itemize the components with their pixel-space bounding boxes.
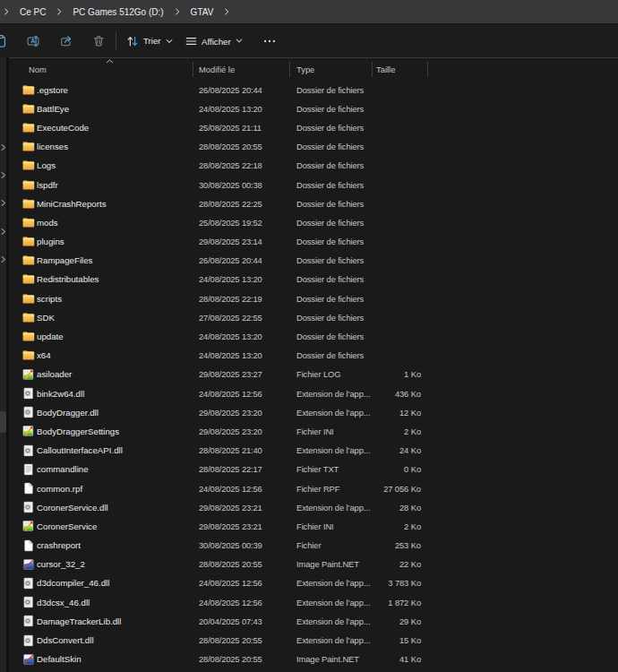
- file-size: 24 Ko: [354, 441, 421, 460]
- table-row[interactable]: CoronerService29/08/2025 23:21Fichier IN…: [9, 517, 618, 536]
- table-row[interactable]: x6424/08/2025 13:20Dossier de fichiers: [9, 346, 618, 365]
- table-row[interactable]: commandline28/08/2025 22:17Fichier TXT0 …: [9, 460, 618, 478]
- table-row[interactable]: DamageTrackerLib.dll20/04/2025 07:43Exte…: [9, 612, 618, 631]
- file-name[interactable]: BodyDraggerSettings: [37, 422, 119, 441]
- file-name[interactable]: Logs: [37, 156, 56, 175]
- column-separator[interactable]: [193, 62, 193, 77]
- file-name[interactable]: plugins: [37, 232, 64, 251]
- table-row[interactable]: scripts28/08/2025 22:19Dossier de fichie…: [9, 289, 618, 308]
- file-name[interactable]: DefaultSkin: [37, 650, 82, 668]
- table-row[interactable]: BodyDragger.dll29/08/2025 23:20Extension…: [9, 403, 618, 422]
- column-separator[interactable]: [372, 62, 373, 77]
- file-name[interactable]: BattlEye: [37, 99, 69, 118]
- file-name[interactable]: cursor_32_2: [37, 555, 85, 573]
- file-name[interactable]: lspdfr: [37, 175, 58, 194]
- view-button-label: Afficher: [202, 36, 231, 46]
- table-row[interactable]: update24/08/2025 13:20Dossier de fichier…: [9, 327, 618, 346]
- column-header-size[interactable]: Taille: [376, 58, 395, 80]
- table-row[interactable]: Redistributables24/08/2025 13:20Dossier …: [9, 270, 618, 289]
- chevron-down-icon: [236, 39, 243, 44]
- dll-file-icon: [22, 634, 35, 647]
- view-button[interactable]: Afficher: [185, 35, 243, 47]
- rename-icon: A: [27, 34, 40, 47]
- paste-button[interactable]: [0, 34, 7, 47]
- file-name[interactable]: CoronerService: [37, 517, 97, 536]
- file-name[interactable]: DdsConvert.dll: [37, 631, 94, 650]
- table-row[interactable]: DefaultSkin28/08/2025 20:55Image Paint.N…: [9, 650, 618, 668]
- file-name[interactable]: DamageTrackerLib.dll: [37, 612, 121, 631]
- table-row[interactable]: CalloutInterfaceAPI.dll28/08/2025 21:40E…: [9, 441, 618, 460]
- file-name[interactable]: crashreport: [37, 536, 81, 555]
- file-name[interactable]: commandline: [37, 460, 89, 478]
- column-separator[interactable]: [289, 62, 290, 77]
- column-header-modified[interactable]: Modifié le: [199, 58, 235, 80]
- table-row[interactable]: RampageFiles26/08/2025 20:44Dossier de f…: [9, 251, 618, 270]
- file-name[interactable]: common.rpf: [37, 478, 82, 497]
- chevron-right-icon[interactable]: [219, 8, 234, 15]
- file-modified-date: 24/08/2025 13:20: [199, 99, 262, 118]
- file-name[interactable]: update: [37, 327, 64, 346]
- file-modified-date: 28/08/2025 22:19: [199, 289, 262, 308]
- breadcrumb-item-drive[interactable]: PC Games 512Go (D:): [66, 5, 169, 19]
- file-size: 2 Ko: [354, 422, 421, 441]
- table-row[interactable]: plugins29/08/2025 23:14Dossier de fichie…: [9, 232, 618, 251]
- table-row[interactable]: licenses28/08/2025 20:55Dossier de fichi…: [9, 137, 618, 156]
- table-row[interactable]: BattlEye24/08/2025 13:20Dossier de fichi…: [9, 99, 618, 118]
- file-name[interactable]: licenses: [37, 137, 68, 156]
- table-row[interactable]: SDK27/08/2025 22:55Dossier de fichiers: [9, 308, 618, 327]
- rename-button[interactable]: A: [25, 34, 41, 47]
- table-row[interactable]: d3dcsx_46.dll24/08/2025 12:56Extension d…: [9, 593, 618, 612]
- file-name[interactable]: bink2w64.dll: [37, 384, 84, 403]
- file-name[interactable]: RampageFiles: [37, 251, 92, 270]
- table-row[interactable]: bink2w64.dll24/08/2025 12:56Extension de…: [9, 384, 618, 403]
- table-row[interactable]: CoronerService.dll29/08/2025 23:21Extens…: [9, 498, 618, 517]
- file-name[interactable]: MiniCrashReports: [37, 194, 107, 213]
- table-row[interactable]: common.rpf24/08/2025 12:56Fichier RPF27 …: [9, 478, 618, 497]
- file-modified-date: 29/08/2025 23:27: [199, 365, 262, 383]
- table-row[interactable]: BodyDraggerSettings29/08/2025 23:20Fichi…: [9, 422, 618, 441]
- file-modified-date: 24/08/2025 13:20: [199, 270, 262, 289]
- file-name[interactable]: SDK: [37, 308, 55, 327]
- table-row[interactable]: DdsConvert.dll28/08/2025 20:55Extension …: [9, 631, 618, 650]
- file-name[interactable]: x64: [37, 346, 51, 365]
- breadcrumb-item-ce-pc[interactable]: Ce PC: [13, 5, 52, 19]
- nav-scrollbar-thumb[interactable]: [0, 411, 6, 433]
- file-name[interactable]: BodyDragger.dll: [37, 403, 99, 422]
- file-name[interactable]: .egstore: [37, 81, 68, 99]
- file-name[interactable]: asiloader: [37, 365, 72, 383]
- table-row[interactable]: asiloader29/08/2025 23:27Fichier LOG1 Ko: [9, 365, 618, 383]
- more-options-button[interactable]: [260, 35, 279, 47]
- file-size: 436 Ko: [354, 384, 421, 403]
- column-header-name[interactable]: Nom: [29, 58, 47, 80]
- share-button[interactable]: [58, 34, 74, 47]
- table-row[interactable]: crashreport30/08/2025 00:39Fichier253 Ko: [9, 536, 618, 555]
- file-name[interactable]: Redistributables: [37, 270, 99, 289]
- file-size: 27 056 Ko: [354, 478, 421, 497]
- file-name[interactable]: d3dcsx_46.dll: [37, 593, 90, 612]
- table-row[interactable]: Logs28/08/2025 22:18Dossier de fichiers: [9, 156, 618, 175]
- sort-button[interactable]: Trier: [126, 35, 173, 47]
- table-row[interactable]: .egstore26/08/2025 20:44Dossier de fichi…: [9, 81, 618, 99]
- delete-button[interactable]: [90, 34, 107, 47]
- table-row[interactable]: MiniCrashReports28/08/2025 22:25Dossier …: [9, 194, 618, 213]
- column-header-type[interactable]: Type: [296, 58, 314, 80]
- file-name[interactable]: d3dcompiler_46.dll: [37, 573, 109, 592]
- table-row[interactable]: mods25/08/2025 19:52Dossier de fichiers: [9, 213, 618, 232]
- table-row[interactable]: lspdfr30/08/2025 00:38Dossier de fichier…: [9, 175, 618, 194]
- column-separator[interactable]: [427, 62, 428, 77]
- table-row[interactable]: d3dcompiler_46.dll24/08/2025 12:56Extens…: [9, 573, 618, 592]
- file-modified-date: 26/08/2025 20:44: [199, 251, 262, 270]
- file-name[interactable]: CalloutInterfaceAPI.dll: [37, 441, 123, 460]
- file-modified-date: 28/08/2025 21:40: [199, 441, 262, 460]
- file-name[interactable]: ExecuteCode: [37, 118, 89, 137]
- table-row[interactable]: cursor_32_228/08/2025 20:55Image Paint.N…: [9, 555, 618, 573]
- file-modified-date: 25/08/2025 19:52: [199, 213, 262, 232]
- breadcrumb-item-gtav[interactable]: GTAV: [185, 5, 220, 19]
- file-size: [354, 232, 421, 251]
- file-name[interactable]: mods: [37, 213, 58, 232]
- file-name[interactable]: scripts: [37, 289, 62, 308]
- file-name[interactable]: CoronerService.dll: [37, 498, 108, 517]
- file-size: 29 Ko: [354, 612, 421, 631]
- dll-file-icon: [22, 615, 35, 627]
- table-row[interactable]: ExecuteCode25/08/2025 21:11Dossier de fi…: [9, 118, 618, 137]
